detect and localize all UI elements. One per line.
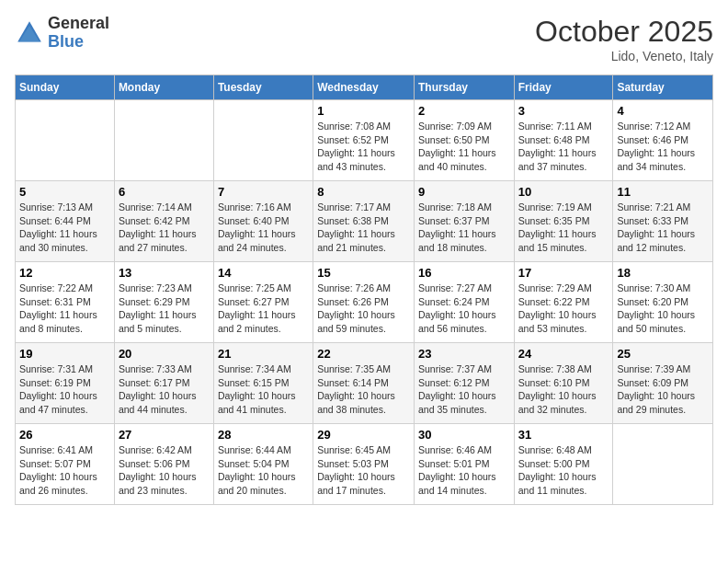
day-info: Sunrise: 6:42 AMSunset: 5:06 PMDaylight:… [119, 443, 210, 498]
day-info: Sunrise: 7:18 AMSunset: 6:37 PMDaylight:… [418, 201, 510, 255]
day-info: Sunrise: 6:45 AMSunset: 5:03 PMDaylight:… [317, 443, 410, 498]
col-header-tuesday: Tuesday [213, 75, 313, 100]
calendar-cell: 7Sunrise: 7:16 AMSunset: 6:40 PMDaylight… [213, 181, 313, 262]
calendar-cell: 23Sunrise: 7:37 AMSunset: 6:12 PMDayligh… [414, 343, 514, 424]
col-header-wednesday: Wednesday [313, 75, 415, 100]
day-number: 4 [617, 104, 709, 118]
day-info: Sunrise: 7:19 AMSunset: 6:35 PMDaylight:… [518, 201, 609, 255]
col-header-saturday: Saturday [613, 75, 713, 100]
day-number: 19 [19, 347, 110, 361]
day-number: 13 [119, 266, 210, 280]
day-info: Sunrise: 7:13 AMSunset: 6:44 PMDaylight:… [19, 201, 110, 255]
day-number: 7 [218, 185, 309, 199]
page-header: General Blue October 2025 Lido, Veneto, … [15, 15, 713, 63]
day-number: 28 [218, 428, 309, 442]
day-number: 31 [518, 428, 609, 442]
logo-icon [15, 18, 44, 48]
month-title: October 2025 [535, 15, 713, 49]
day-info: Sunrise: 7:23 AMSunset: 6:29 PMDaylight:… [119, 282, 210, 336]
day-number: 24 [518, 347, 609, 361]
calendar-cell: 28Sunrise: 6:44 AMSunset: 5:04 PMDayligh… [213, 424, 313, 505]
day-number: 21 [218, 347, 309, 361]
day-number: 1 [317, 104, 410, 118]
calendar-cell: 30Sunrise: 6:46 AMSunset: 5:01 PMDayligh… [414, 424, 514, 505]
calendar-cell: 12Sunrise: 7:22 AMSunset: 6:31 PMDayligh… [16, 262, 115, 343]
calendar-header-row: SundayMondayTuesdayWednesdayThursdayFrid… [16, 75, 713, 100]
day-info: Sunrise: 7:26 AMSunset: 6:26 PMDaylight:… [317, 282, 410, 336]
day-info: Sunrise: 7:08 AMSunset: 6:52 PMDaylight:… [317, 120, 410, 174]
day-number: 27 [119, 428, 210, 442]
day-info: Sunrise: 7:35 AMSunset: 6:14 PMDaylight:… [317, 362, 410, 417]
calendar-cell: 11Sunrise: 7:21 AMSunset: 6:33 PMDayligh… [613, 181, 713, 262]
logo-general: General [48, 15, 109, 33]
day-info: Sunrise: 7:31 AMSunset: 6:19 PMDaylight:… [19, 362, 110, 417]
calendar-cell: 6Sunrise: 7:14 AMSunset: 6:42 PMDaylight… [114, 181, 213, 262]
calendar-cell: 22Sunrise: 7:35 AMSunset: 6:14 PMDayligh… [313, 343, 415, 424]
calendar-cell: 18Sunrise: 7:30 AMSunset: 6:20 PMDayligh… [613, 262, 713, 343]
calendar-cell [613, 424, 713, 505]
calendar-cell: 9Sunrise: 7:18 AMSunset: 6:37 PMDaylight… [414, 181, 514, 262]
logo-text: General Blue [48, 15, 109, 52]
location-subtitle: Lido, Veneto, Italy [535, 49, 713, 63]
day-number: 12 [19, 266, 110, 280]
calendar-cell [213, 100, 313, 181]
day-number: 23 [418, 347, 510, 361]
day-info: Sunrise: 7:12 AMSunset: 6:46 PMDaylight:… [617, 120, 709, 174]
calendar-cell: 27Sunrise: 6:42 AMSunset: 5:06 PMDayligh… [114, 424, 213, 505]
calendar-table: SundayMondayTuesdayWednesdayThursdayFrid… [15, 75, 713, 505]
day-info: Sunrise: 7:11 AMSunset: 6:48 PMDaylight:… [518, 120, 609, 174]
day-info: Sunrise: 7:16 AMSunset: 6:40 PMDaylight:… [218, 201, 309, 255]
day-number: 10 [518, 185, 609, 199]
day-number: 16 [418, 266, 510, 280]
day-number: 11 [617, 185, 709, 199]
calendar-cell: 16Sunrise: 7:27 AMSunset: 6:24 PMDayligh… [414, 262, 514, 343]
calendar-week-row: 19Sunrise: 7:31 AMSunset: 6:19 PMDayligh… [16, 343, 713, 424]
calendar-cell: 1Sunrise: 7:08 AMSunset: 6:52 PMDaylight… [313, 100, 415, 181]
day-number: 18 [617, 266, 709, 280]
calendar-cell: 17Sunrise: 7:29 AMSunset: 6:22 PMDayligh… [514, 262, 613, 343]
day-info: Sunrise: 6:44 AMSunset: 5:04 PMDaylight:… [218, 443, 309, 498]
svg-marker-1 [19, 26, 40, 42]
calendar-week-row: 26Sunrise: 6:41 AMSunset: 5:07 PMDayligh… [16, 424, 713, 505]
day-info: Sunrise: 7:21 AMSunset: 6:33 PMDaylight:… [617, 201, 709, 255]
col-header-monday: Monday [114, 75, 213, 100]
calendar-cell: 10Sunrise: 7:19 AMSunset: 6:35 PMDayligh… [514, 181, 613, 262]
day-number: 26 [19, 428, 110, 442]
calendar-cell: 19Sunrise: 7:31 AMSunset: 6:19 PMDayligh… [16, 343, 115, 424]
logo-blue: Blue [48, 33, 109, 52]
day-number: 30 [418, 428, 510, 442]
day-number: 3 [518, 104, 609, 118]
day-info: Sunrise: 7:14 AMSunset: 6:42 PMDaylight:… [119, 201, 210, 255]
day-info: Sunrise: 7:37 AMSunset: 6:12 PMDaylight:… [418, 362, 510, 417]
col-header-sunday: Sunday [16, 75, 115, 100]
calendar-cell: 2Sunrise: 7:09 AMSunset: 6:50 PMDaylight… [414, 100, 514, 181]
day-number: 2 [418, 104, 510, 118]
calendar-cell: 15Sunrise: 7:26 AMSunset: 6:26 PMDayligh… [313, 262, 415, 343]
day-info: Sunrise: 7:22 AMSunset: 6:31 PMDaylight:… [19, 282, 110, 336]
col-header-friday: Friday [514, 75, 613, 100]
logo: General Blue [15, 15, 109, 52]
calendar-cell: 8Sunrise: 7:17 AMSunset: 6:38 PMDaylight… [313, 181, 415, 262]
calendar-cell: 5Sunrise: 7:13 AMSunset: 6:44 PMDaylight… [16, 181, 115, 262]
day-number: 29 [317, 428, 410, 442]
day-info: Sunrise: 7:39 AMSunset: 6:09 PMDaylight:… [617, 362, 709, 417]
day-info: Sunrise: 6:46 AMSunset: 5:01 PMDaylight:… [418, 443, 510, 498]
col-header-thursday: Thursday [414, 75, 514, 100]
day-info: Sunrise: 7:25 AMSunset: 6:27 PMDaylight:… [218, 282, 309, 336]
day-number: 20 [119, 347, 210, 361]
day-number: 22 [317, 347, 410, 361]
calendar-cell [16, 100, 115, 181]
day-number: 8 [317, 185, 410, 199]
calendar-cell: 14Sunrise: 7:25 AMSunset: 6:27 PMDayligh… [213, 262, 313, 343]
day-info: Sunrise: 7:27 AMSunset: 6:24 PMDaylight:… [418, 282, 510, 336]
day-info: Sunrise: 6:48 AMSunset: 5:00 PMDaylight:… [518, 443, 609, 498]
day-number: 25 [617, 347, 709, 361]
day-info: Sunrise: 7:33 AMSunset: 6:17 PMDaylight:… [119, 362, 210, 417]
day-number: 5 [19, 185, 110, 199]
title-block: October 2025 Lido, Veneto, Italy [535, 15, 713, 63]
calendar-cell: 24Sunrise: 7:38 AMSunset: 6:10 PMDayligh… [514, 343, 613, 424]
day-info: Sunrise: 7:09 AMSunset: 6:50 PMDaylight:… [418, 120, 510, 174]
calendar-cell: 3Sunrise: 7:11 AMSunset: 6:48 PMDaylight… [514, 100, 613, 181]
calendar-cell: 25Sunrise: 7:39 AMSunset: 6:09 PMDayligh… [613, 343, 713, 424]
calendar-cell [114, 100, 213, 181]
